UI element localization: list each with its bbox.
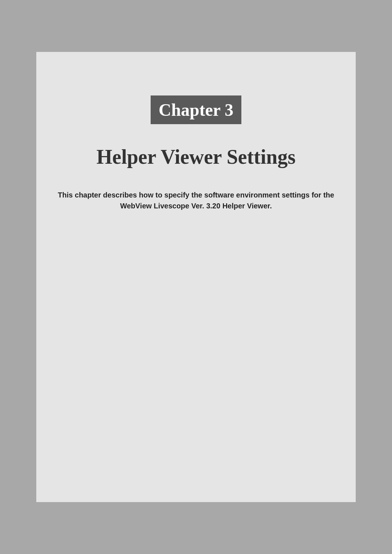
- chapter-title: Helper Viewer Settings: [97, 145, 296, 168]
- chapter-badge: Chapter 3: [151, 95, 241, 124]
- chapter-description: This chapter describes how to specify th…: [54, 190, 338, 211]
- document-page: Chapter 3 Helper Viewer Settings This ch…: [36, 52, 356, 502]
